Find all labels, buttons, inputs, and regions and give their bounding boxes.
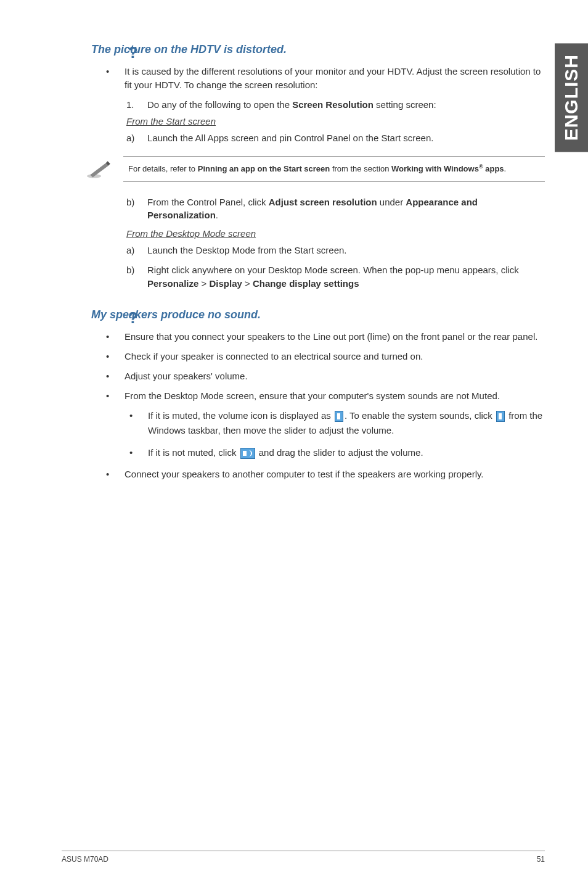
volume-muted-icon xyxy=(335,411,343,422)
side-tab-english: ENGLISH xyxy=(555,43,588,152)
bullet-dot: • xyxy=(129,408,148,438)
bullet-dot: • xyxy=(106,468,125,481)
letter-item: a) Launch the All Apps screen and pin Co… xyxy=(126,131,545,145)
bullet-dot: • xyxy=(106,369,125,383)
footer-left: ASUS M70AD xyxy=(62,855,108,864)
letter-text: Launch the Desktop Mode from the Start s… xyxy=(147,244,545,257)
page-content: ? The picture on the HDTV is distorted. … xyxy=(0,0,588,518)
section-title: My speakers produce no sound. xyxy=(91,308,545,321)
bullet-item: • Check if your speaker is connected to … xyxy=(106,350,545,363)
bullet-text: It is caused by the different resolution… xyxy=(125,65,545,92)
bullet-text: From the Desktop Mode screen, ensure tha… xyxy=(125,389,545,403)
bullet-text: Adjust your speakers' volume. xyxy=(125,369,545,383)
bullet-item: • Ensure that you connect your speakers … xyxy=(106,330,545,344)
letter-item: a) Launch the Desktop Mode from the Star… xyxy=(126,244,545,257)
question-mark-icon: ? xyxy=(128,43,138,62)
numbered-item: 1. Do any of the following to open the S… xyxy=(126,98,545,112)
letter-text: Right click anywhere on your Desktop Mod… xyxy=(147,263,545,291)
section-title: The picture on the HDTV is distorted. xyxy=(91,43,545,56)
sub-bullet-item: • If it is muted, the volume icon is dis… xyxy=(129,408,545,438)
letter-text: Launch the All Apps screen and pin Contr… xyxy=(147,131,545,145)
sub-bullet-text: If it is muted, the volume icon is displ… xyxy=(148,408,545,438)
pen-note-icon xyxy=(86,160,112,179)
letter-label: a) xyxy=(126,244,147,257)
section-speakers-no-sound: ? My speakers produce no sound. • Ensure… xyxy=(62,308,545,481)
letter-item: b) From the Control Panel, click Adjust … xyxy=(126,196,545,223)
note-text: For details, refer to Pinning an app on … xyxy=(128,164,506,173)
bullet-item: • Connect your speakers to another compu… xyxy=(106,468,545,481)
volume-icon xyxy=(240,448,255,459)
bullet-dot: • xyxy=(106,350,125,363)
question-mark-icon: ? xyxy=(128,308,138,328)
sub-bullet-text: If it is not muted, click and drag the s… xyxy=(148,445,545,460)
bullet-item: • Adjust your speakers' volume. xyxy=(106,369,545,383)
subsection-label: From the Start screen xyxy=(126,116,545,126)
bullet-item: • From the Desktop Mode screen, ensure t… xyxy=(106,389,545,403)
bullet-dot: • xyxy=(106,65,125,92)
bullet-text: Ensure that you connect your speakers to… xyxy=(125,330,545,344)
bullet-text: Connect your speakers to another compute… xyxy=(125,468,545,481)
subsection-label: From the Desktop Mode screen xyxy=(126,228,545,239)
letter-text: From the Control Panel, click Adjust scr… xyxy=(147,196,545,223)
volume-muted-icon xyxy=(496,411,505,422)
bullet-item: • It is caused by the different resoluti… xyxy=(106,65,545,92)
section-hdtv-distorted: ? The picture on the HDTV is distorted. … xyxy=(62,43,545,290)
note-box: For details, refer to Pinning an app on … xyxy=(123,156,545,182)
bullet-dot: • xyxy=(106,389,125,403)
bullet-text: Check if your speaker is connected to an… xyxy=(125,350,545,363)
number-label: 1. xyxy=(126,98,147,112)
footer-page-number: 51 xyxy=(537,855,545,864)
letter-label: b) xyxy=(126,263,147,291)
numbered-text: Do any of the following to open the Scre… xyxy=(147,98,545,112)
letter-label: a) xyxy=(126,131,147,145)
bullet-dot: • xyxy=(106,330,125,344)
bullet-dot: • xyxy=(129,445,148,460)
sub-bullet-item: • If it is not muted, click and drag the… xyxy=(129,445,545,460)
page-footer: ASUS M70AD 51 xyxy=(62,851,545,864)
letter-label: b) xyxy=(126,196,147,223)
letter-item: b) Right click anywhere on your Desktop … xyxy=(126,263,545,291)
